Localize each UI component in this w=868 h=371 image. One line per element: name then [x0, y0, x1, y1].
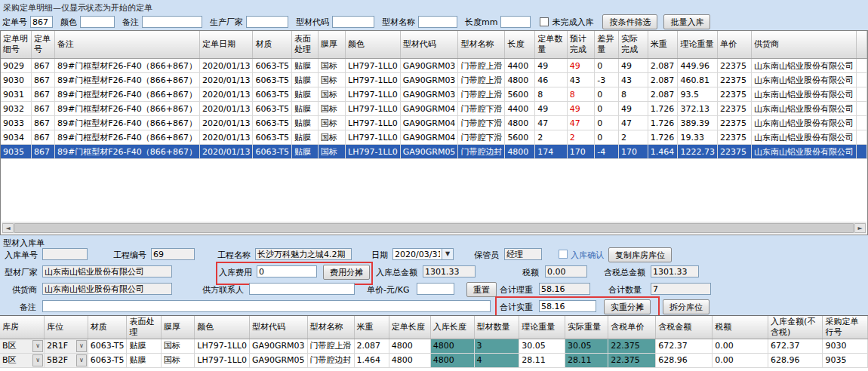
column-header[interactable]: 库位 [45, 316, 88, 339]
column-header[interactable]: 含税金额 [656, 316, 713, 339]
tax-total-input[interactable] [651, 265, 699, 277]
column-header[interactable]: 差异量 [595, 31, 619, 59]
column-header[interactable]: 实际完成 [618, 31, 648, 59]
column-header[interactable]: 采购定单行号 [823, 316, 868, 339]
project-no-input[interactable] [151, 248, 195, 260]
copy-warehouse-location-button[interactable]: 复制库房库位 [608, 247, 672, 262]
date-input[interactable] [392, 248, 442, 260]
column-header[interactable] [857, 31, 867, 59]
column-header[interactable]: 理论重量 [519, 316, 565, 339]
table-row[interactable]: 903486789#门框型材F26-F40（866+867）2020/01/13… [1, 130, 867, 145]
column-header[interactable]: 型材名称 [307, 316, 354, 339]
filter-input-order-no[interactable] [30, 16, 53, 28]
column-header[interactable]: 备注 [54, 31, 199, 59]
column-header[interactable]: 定单明细号 [1, 31, 31, 59]
column-header[interactable]: 型材数量 [474, 316, 519, 339]
table-cell: 6063-T5 [88, 339, 127, 353]
table-row[interactable]: 903086789#门框型材F26-F40（866+867）2020/01/13… [1, 73, 867, 87]
dropdown-arrow-icon[interactable]: ∨ [76, 340, 87, 352]
inbound-confirm-checkbox[interactable] [559, 250, 568, 259]
unit-price-input[interactable] [417, 283, 454, 295]
column-header[interactable]: 型材代码 [400, 31, 458, 59]
table-cell: 22.375 [608, 353, 656, 367]
column-header[interactable]: 膜厚 [161, 316, 194, 339]
filter-input-length[interactable] [500, 16, 531, 28]
column-header[interactable]: 表面处理 [127, 316, 161, 339]
table-row[interactable]: B区∨2R1F∨6063-T5贴膜国标LH797-1LL0GA90GRM03门带… [0, 339, 868, 353]
scroll-left-icon[interactable]: ◄ [2, 223, 14, 233]
filter-by-condition-button[interactable]: 按条件筛选 [602, 14, 657, 29]
column-header[interactable]: 含税单价 [608, 316, 656, 339]
table-row[interactable]: 903286789#门框型材F26-F40（866+867）2020/01/13… [1, 102, 867, 116]
column-header[interactable]: 定单长度 [389, 316, 430, 339]
table-cell: 6063-T5 [253, 116, 292, 130]
table-cell [857, 116, 867, 130]
column-header[interactable]: 膜厚 [318, 31, 345, 59]
column-header[interactable]: 理论重量 [678, 31, 718, 59]
table-row[interactable]: 903186789#门框型材F26-F40（866+867）2020/01/13… [1, 87, 867, 102]
filter-input-color[interactable] [80, 16, 115, 28]
column-header[interactable]: 材质 [88, 316, 127, 339]
filter-input-remark[interactable] [142, 16, 202, 28]
table-cell: 9029 [1, 59, 31, 73]
horizontal-scrollbar[interactable]: ◄ ► [2, 222, 866, 234]
column-header[interactable]: 实际重量 [565, 316, 608, 339]
column-header[interactable]: 颜色 [346, 31, 401, 59]
column-header[interactable]: 材质 [253, 31, 292, 59]
column-header[interactable]: 型材代码 [249, 316, 307, 339]
table-row[interactable]: 903586789#门框型材F26-F40（866+867）2020/01/13… [1, 145, 867, 159]
filter-input-manufacturer[interactable] [246, 16, 288, 28]
table-row[interactable]: 903386789#门框型材F26-F40（866+867）2020/01/13… [1, 116, 867, 130]
table-cell: LH797-1LL0 [346, 130, 401, 145]
batch-inbound-button[interactable]: 批量入库 [663, 14, 710, 29]
dropdown-arrow-icon[interactable]: ∨ [32, 354, 43, 366]
unfinished-inbound-checkbox-group[interactable]: 未完成入库 [540, 17, 596, 28]
theory-weight-input[interactable] [539, 283, 590, 295]
fee-input[interactable] [257, 265, 317, 277]
table-cell: 门带腔下滑 [458, 116, 505, 130]
tax-input[interactable] [545, 265, 587, 277]
column-header[interactable]: 米重 [648, 31, 678, 59]
date-picker[interactable]: ▼ [392, 248, 454, 260]
column-header[interactable]: 定单号 [31, 31, 54, 59]
column-header[interactable]: 入库长度 [430, 316, 474, 339]
remark-input[interactable] [42, 300, 491, 312]
table-row[interactable]: B区∨5B2F∨6063-T5贴膜国标LH797-1LL0GA90GRM05门带… [0, 353, 868, 367]
fee-share-button[interactable]: 费用分摊 [323, 265, 370, 280]
reset-button[interactable]: 重置 [466, 282, 497, 297]
column-header[interactable]: 定单日期 [200, 31, 253, 59]
table-row[interactable]: 902986789#门框型材F26-F40（866+867）2020/01/13… [1, 59, 867, 73]
dropdown-arrow-icon[interactable]: ∨ [32, 340, 43, 352]
contact-input[interactable] [249, 283, 355, 295]
column-header[interactable]: 税额 [713, 316, 768, 339]
column-header[interactable]: 型材名称 [458, 31, 505, 59]
actual-weight-share-button[interactable]: 实重分摊 [604, 299, 651, 314]
column-header[interactable]: 入库金额(不含税) [768, 316, 823, 339]
filter-input-profile-code[interactable] [332, 16, 374, 28]
factory-input[interactable] [42, 265, 172, 277]
total-amount-input[interactable] [423, 265, 476, 277]
column-header[interactable]: 表面处理 [292, 31, 319, 59]
keeper-input[interactable] [504, 248, 542, 260]
calendar-dropdown-icon[interactable]: ▼ [442, 248, 454, 260]
scroll-right-icon[interactable]: ► [854, 223, 866, 233]
column-header[interactable]: 颜色 [195, 316, 250, 339]
filter-input-profile-name[interactable] [418, 16, 457, 28]
column-header[interactable]: 米重 [354, 316, 389, 339]
table-cell: 0.00 [713, 339, 768, 353]
column-header[interactable]: 库房 [0, 316, 45, 339]
supplier-input[interactable] [42, 283, 172, 295]
unfinished-inbound-checkbox[interactable] [540, 17, 549, 26]
project-name-input[interactable] [255, 248, 352, 260]
column-header[interactable]: 定单数量 [535, 31, 568, 59]
scrollbar-thumb[interactable] [14, 223, 854, 233]
column-header[interactable]: 单价 [717, 31, 751, 59]
column-header[interactable]: 预计完成 [567, 31, 594, 59]
total-qty-input[interactable] [651, 283, 711, 295]
actual-weight-input[interactable] [539, 300, 596, 312]
column-header[interactable]: 长度 [505, 31, 535, 59]
receipt-no-input[interactable] [42, 248, 88, 260]
split-location-button[interactable]: 拆分库位 [663, 299, 709, 314]
column-header[interactable]: 供货商 [752, 31, 857, 59]
dropdown-arrow-icon[interactable]: ∨ [76, 354, 87, 366]
